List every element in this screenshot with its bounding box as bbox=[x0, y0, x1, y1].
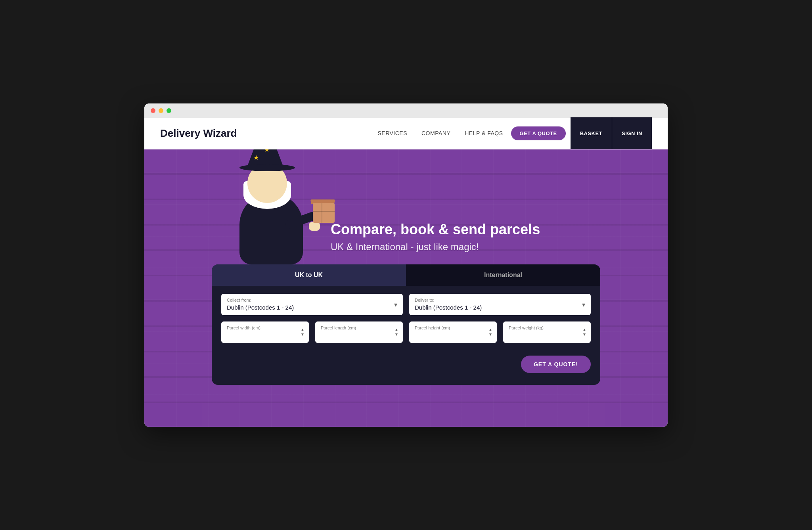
collect-from-field: Collect from: Dublin (Postcodes 1 - 24) bbox=[221, 294, 403, 315]
tab-uk-to-uk[interactable]: UK to UK bbox=[212, 264, 406, 286]
parcel-width-field: Parcel width (cm) ▲ ▼ bbox=[221, 321, 309, 343]
get-quote-nav-button[interactable]: GET A QUOTE bbox=[511, 126, 566, 140]
quote-form: UK to UK International Collect from: Dub… bbox=[212, 264, 600, 385]
nav-company[interactable]: COMPANY bbox=[421, 130, 450, 136]
hero-text: Compare, book & send parcels UK & Intern… bbox=[315, 213, 584, 264]
width-spinner: ▲ ▼ bbox=[300, 327, 305, 337]
collect-from-label: Collect from: bbox=[227, 298, 397, 302]
form-row-addresses: Collect from: Dublin (Postcodes 1 - 24) … bbox=[221, 294, 591, 315]
navbar: Delivery Wizard SERVICES COMPANY HELP & … bbox=[144, 118, 668, 149]
browser-chrome bbox=[144, 103, 668, 118]
signin-button[interactable]: SIGN IN bbox=[612, 117, 652, 149]
form-actions: GET A QUOTE! bbox=[212, 349, 600, 373]
nav-help-faqs[interactable]: HELP & FAQS bbox=[465, 130, 503, 136]
weight-up[interactable]: ▲ bbox=[582, 327, 587, 332]
hero-content: ★ ★ ★ bbox=[144, 149, 668, 385]
parcel-height-field: Parcel height (cm) ▲ ▼ bbox=[409, 321, 497, 343]
parcel-width-label: Parcel width (cm) bbox=[227, 325, 303, 330]
deliver-to-field: Deliver to: Dublin (Postcodes 1 - 24) bbox=[409, 294, 591, 315]
parcel-length-input[interactable] bbox=[321, 332, 397, 339]
hat-brim bbox=[239, 164, 295, 171]
nav-services[interactable]: SERVICES bbox=[377, 130, 407, 136]
parcel-box bbox=[313, 203, 335, 223]
hero-subheading: UK & International - just like magic! bbox=[331, 241, 576, 253]
parcel-weight-field: Parcel weight (kg) ▲ ▼ bbox=[503, 321, 591, 343]
form-tabs: UK to UK International bbox=[212, 264, 600, 286]
collect-from-select[interactable]: Dublin (Postcodes 1 - 24) bbox=[227, 304, 397, 311]
minimize-dot[interactable] bbox=[159, 108, 163, 113]
close-dot[interactable] bbox=[151, 108, 155, 113]
length-spinner: ▲ ▼ bbox=[394, 327, 399, 337]
hero-section: ★ ★ ★ bbox=[144, 149, 668, 427]
parcel-length-field: Parcel length (cm) ▲ ▼ bbox=[315, 321, 403, 343]
hat-star-2: ★ bbox=[264, 149, 270, 153]
height-down[interactable]: ▼ bbox=[488, 332, 493, 337]
hero-heading: Compare, book & send parcels bbox=[331, 221, 576, 238]
parcel-height-input[interactable] bbox=[415, 332, 491, 339]
basket-button[interactable]: BASKET bbox=[571, 117, 612, 149]
form-body: Collect from: Dublin (Postcodes 1 - 24) … bbox=[212, 286, 600, 343]
hat-star-3: ★ bbox=[253, 154, 259, 161]
parcel-height-label: Parcel height (cm) bbox=[415, 325, 491, 330]
height-spinner: ▲ ▼ bbox=[488, 327, 493, 337]
form-row-dimensions: Parcel width (cm) ▲ ▼ Parcel length (cm) bbox=[221, 321, 591, 343]
tab-international[interactable]: International bbox=[406, 264, 600, 286]
brand-logo[interactable]: Delivery Wizard bbox=[160, 127, 377, 140]
hero-top-row: ★ ★ ★ bbox=[228, 161, 584, 264]
parcel-weight-input[interactable] bbox=[509, 332, 585, 339]
expand-dot[interactable] bbox=[167, 108, 171, 113]
browser-window: Delivery Wizard SERVICES COMPANY HELP & … bbox=[144, 103, 668, 427]
length-up[interactable]: ▲ bbox=[394, 327, 399, 332]
wizard-illustration: ★ ★ ★ bbox=[228, 161, 315, 264]
nav-auth-area: BASKET SIGN IN bbox=[571, 117, 652, 149]
parcel-width-input[interactable] bbox=[227, 332, 303, 339]
get-quote-form-button[interactable]: GET A QUOTE! bbox=[521, 356, 591, 373]
height-up[interactable]: ▲ bbox=[488, 327, 493, 332]
parcel-weight-label: Parcel weight (kg) bbox=[509, 325, 585, 330]
wizard-hand bbox=[309, 222, 320, 231]
deliver-to-label: Deliver to: bbox=[415, 298, 585, 302]
weight-spinner: ▲ ▼ bbox=[582, 327, 587, 337]
deliver-to-select[interactable]: Dublin (Postcodes 1 - 24) bbox=[415, 304, 585, 311]
weight-down[interactable]: ▼ bbox=[582, 332, 587, 337]
parcel-length-label: Parcel length (cm) bbox=[321, 325, 397, 330]
length-down[interactable]: ▼ bbox=[394, 332, 399, 337]
width-up[interactable]: ▲ bbox=[300, 327, 305, 332]
width-down[interactable]: ▼ bbox=[300, 332, 305, 337]
nav-links: SERVICES COMPANY HELP & FAQS bbox=[377, 130, 503, 137]
